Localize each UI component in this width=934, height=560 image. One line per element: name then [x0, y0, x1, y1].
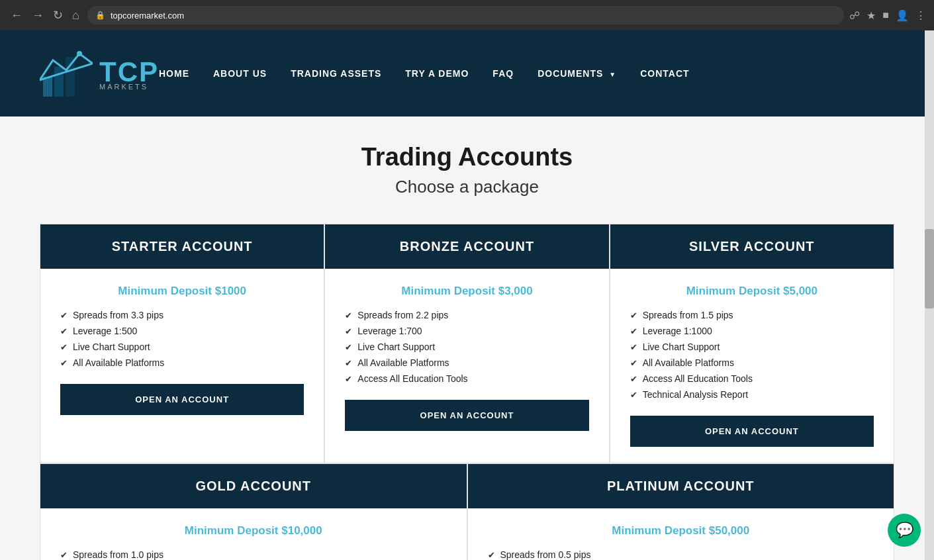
cards-top-row: STARTER ACCOUNT Minimum Deposit $1000 Sp… — [40, 224, 894, 463]
platinum-min-deposit: Minimum Deposit $50,000 — [488, 524, 874, 537]
platinum-account-card: PLATINUM ACCOUNT Minimum Deposit $50,000… — [467, 463, 895, 560]
lock-icon: 🔒 — [95, 11, 105, 20]
bronze-feature-list: Spreads from 2.2 pips Leverage 1:700 Liv… — [345, 310, 588, 384]
nav-item-try-demo[interactable]: TRY A DEMO — [405, 68, 469, 79]
platinum-card-header: PLATINUM ACCOUNT — [468, 464, 894, 508]
browser-chrome: ← → ↻ ⌂ 🔒 topcoremarket.com ☍ ★ ■ 👤 ⋮ — [0, 0, 934, 30]
browser-actions: ☍ ★ ■ 👤 ⋮ — [849, 9, 926, 22]
scrollbar[interactable] — [925, 30, 934, 560]
bronze-card-header: BRONZE ACCOUNT — [325, 224, 608, 269]
extensions-icon[interactable]: ■ — [882, 9, 889, 21]
list-item: Technical Analysis Report — [630, 389, 874, 400]
nav-item-contact[interactable]: CONTACT — [640, 68, 689, 79]
chat-icon: 💬 — [896, 522, 913, 539]
list-item: All Available Platforms — [60, 357, 304, 368]
list-item: Live Chart Support — [630, 342, 874, 352]
nav-link-trading-assets[interactable]: TRADING ASSETS — [291, 68, 381, 79]
back-button[interactable]: ← — [8, 6, 25, 25]
bronze-open-account-button[interactable]: OPEN AN ACCOUNT — [345, 400, 588, 431]
refresh-button[interactable]: ↻ — [50, 5, 66, 25]
list-item: Access All Education Tools — [345, 373, 588, 384]
logo-svg — [40, 47, 93, 100]
silver-card-header: SILVER ACCOUNT — [610, 224, 894, 269]
bronze-account-card: BRONZE ACCOUNT Minimum Deposit $3,000 Sp… — [324, 224, 609, 463]
list-item: All Available Platforms — [630, 357, 874, 368]
chevron-down-icon: ▼ — [609, 71, 616, 78]
list-item: Spreads from 2.2 pips — [345, 310, 588, 320]
nav-link-home[interactable]: HOME — [159, 68, 189, 79]
svg-rect-2 — [66, 57, 75, 97]
main-nav: HOME ABOUT US TRADING ASSETS TRY A DEMO … — [159, 68, 690, 79]
silver-account-card: SILVER ACCOUNT Minimum Deposit $5,000 Sp… — [610, 224, 894, 463]
cards-bottom-row: GOLD ACCOUNT Minimum Deposit $10,000 Spr… — [40, 463, 894, 560]
platinum-feature-list: Spreads from 0.5 pips Leverage 1:5000 Li… — [488, 549, 874, 560]
browser-nav-buttons: ← → ↻ ⌂ — [8, 5, 82, 25]
chat-button[interactable]: 💬 — [888, 514, 921, 547]
list-item: Access All Education Tools — [630, 373, 874, 384]
starter-card-header: STARTER ACCOUNT — [40, 224, 324, 269]
main-content: Trading Accounts Choose a package STARTE… — [0, 117, 934, 560]
nav-item-trading-assets[interactable]: TRADING ASSETS — [291, 68, 381, 79]
home-button[interactable]: ⌂ — [70, 6, 82, 25]
starter-open-account-button[interactable]: OPEN AN ACCOUNT — [60, 384, 304, 415]
nav-link-documents[interactable]: DOCUMENTS ▼ — [537, 68, 616, 79]
list-item: All Available Platforms — [345, 357, 588, 368]
gold-card-body: Minimum Deposit $10,000 Spreads from 1.0… — [40, 508, 467, 560]
logo-area[interactable]: TCP MARKETS — [40, 47, 159, 100]
nav-menu: HOME ABOUT US TRADING ASSETS TRY A DEMO … — [159, 68, 690, 79]
list-item: Leverage 1:500 — [60, 326, 304, 336]
nav-link-try-demo[interactable]: TRY A DEMO — [405, 68, 469, 79]
starter-min-deposit: Minimum Deposit $1000 — [60, 285, 304, 298]
url-text: topcoremarket.com — [111, 11, 184, 21]
silver-min-deposit: Minimum Deposit $5,000 — [630, 285, 874, 298]
logo-text-area: TCP MARKETS — [99, 56, 159, 91]
nav-link-faq[interactable]: FAQ — [492, 68, 514, 79]
silver-feature-list: Spreads from 1.5 pips Leverage 1:1000 Li… — [630, 310, 874, 400]
translate-icon[interactable]: ☍ — [849, 9, 860, 22]
platinum-card-body: Minimum Deposit $50,000 Spreads from 0.5… — [468, 508, 894, 560]
silver-open-account-button[interactable]: OPEN AN ACCOUNT — [630, 416, 874, 447]
starter-card-body: Minimum Deposit $1000 Spreads from 3.3 p… — [40, 269, 324, 431]
list-item: Live Chart Support — [60, 342, 304, 352]
nav-link-contact[interactable]: CONTACT — [640, 68, 689, 79]
silver-card-body: Minimum Deposit $5,000 Spreads from 1.5 … — [610, 269, 894, 463]
page-subtitle: Choose a package — [40, 177, 894, 197]
list-item: Leverage 1:700 — [345, 326, 588, 336]
list-item: Spreads from 3.3 pips — [60, 310, 304, 320]
starter-feature-list: Spreads from 3.3 pips Leverage 1:500 Liv… — [60, 310, 304, 368]
list-item: Leverage 1:1000 — [630, 326, 874, 336]
nav-item-documents[interactable]: DOCUMENTS ▼ — [537, 68, 616, 79]
site-header: TCP MARKETS HOME ABOUT US TRADING ASSETS… — [0, 30, 934, 117]
bronze-card-body: Minimum Deposit $3,000 Spreads from 2.2 … — [325, 269, 608, 447]
forward-button[interactable]: → — [29, 6, 46, 25]
gold-card-header: GOLD ACCOUNT — [40, 464, 467, 508]
list-item: Spreads from 0.5 pips — [488, 549, 874, 560]
list-item: Live Chart Support — [345, 342, 588, 352]
menu-icon[interactable]: ⋮ — [915, 9, 926, 22]
bookmark-star-icon[interactable]: ★ — [866, 9, 876, 22]
svg-rect-0 — [43, 77, 52, 97]
gold-account-card: GOLD ACCOUNT Minimum Deposit $10,000 Spr… — [40, 463, 467, 560]
profile-icon[interactable]: 👤 — [896, 9, 909, 22]
starter-account-card: STARTER ACCOUNT Minimum Deposit $1000 Sp… — [40, 224, 324, 463]
list-item: Spreads from 1.5 pips — [630, 310, 874, 320]
gold-feature-list: Spreads from 1.0 pips Leverage 1:3000 Li… — [60, 549, 447, 560]
list-item: Spreads from 1.0 pips — [60, 549, 447, 560]
bronze-min-deposit: Minimum Deposit $3,000 — [345, 285, 588, 298]
svg-point-4 — [77, 51, 82, 56]
nav-item-home[interactable]: HOME — [159, 68, 189, 79]
gold-min-deposit: Minimum Deposit $10,000 — [60, 524, 447, 537]
nav-item-about[interactable]: ABOUT US — [213, 68, 267, 79]
svg-rect-1 — [54, 67, 64, 97]
scrollbar-thumb[interactable] — [925, 229, 934, 308]
page-title: Trading Accounts — [40, 143, 894, 171]
address-bar[interactable]: 🔒 topcoremarket.com — [87, 6, 844, 24]
nav-item-faq[interactable]: FAQ — [492, 68, 514, 79]
nav-link-about[interactable]: ABOUT US — [213, 68, 267, 79]
